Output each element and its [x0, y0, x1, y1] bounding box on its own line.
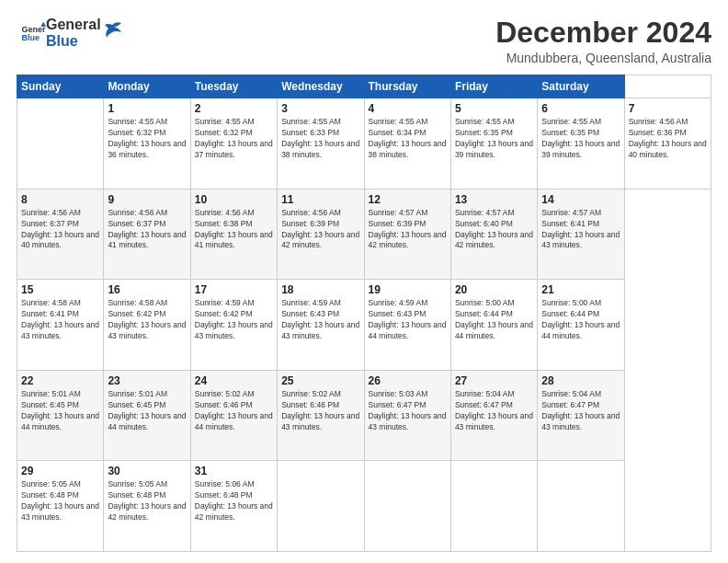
table-row: 13Sunrise: 4:57 AMSunset: 6:40 PMDayligh…	[450, 189, 537, 280]
day-number: 10	[195, 193, 273, 206]
day-info: Sunrise: 5:02 AMSunset: 6:46 PMDaylight:…	[195, 389, 273, 433]
table-row	[538, 461, 624, 552]
logo-general: General	[46, 17, 101, 33]
table-row: 19Sunrise: 4:59 AMSunset: 6:43 PMDayligh…	[364, 280, 450, 371]
day-number: 16	[108, 283, 186, 296]
day-info: Sunrise: 5:00 AMSunset: 6:44 PMDaylight:…	[455, 298, 533, 342]
day-number: 30	[108, 465, 186, 477]
logo-bird-icon	[103, 19, 123, 40]
table-row: 17Sunrise: 4:59 AMSunset: 6:42 PMDayligh…	[190, 280, 277, 371]
table-row: 12Sunrise: 4:57 AMSunset: 6:39 PMDayligh…	[364, 189, 450, 280]
table-row: 20Sunrise: 5:00 AMSunset: 6:44 PMDayligh…	[450, 280, 537, 371]
day-number: 18	[281, 283, 359, 296]
day-number: 17	[195, 283, 273, 296]
day-number: 7	[629, 102, 707, 115]
day-number: 24	[195, 374, 273, 387]
table-row: 27Sunrise: 5:04 AMSunset: 6:47 PMDayligh…	[450, 370, 537, 461]
table-row: 3Sunrise: 4:55 AMSunset: 6:33 PMDaylight…	[278, 98, 364, 190]
day-info: Sunrise: 5:01 AMSunset: 6:45 PMDaylight:…	[108, 389, 186, 433]
day-info: Sunrise: 4:58 AMSunset: 6:42 PMDaylight:…	[108, 298, 186, 342]
table-row: 14Sunrise: 4:57 AMSunset: 6:41 PMDayligh…	[538, 189, 624, 280]
col-wednesday: Wednesday	[278, 75, 364, 98]
table-row: 29Sunrise: 5:05 AMSunset: 6:48 PMDayligh…	[17, 461, 104, 552]
svg-text:Blue: Blue	[21, 33, 40, 42]
table-row: 1Sunrise: 4:55 AMSunset: 6:32 PMDaylight…	[104, 98, 190, 190]
day-number: 6	[541, 102, 620, 115]
day-info: Sunrise: 4:56 AMSunset: 6:37 PMDaylight:…	[21, 208, 99, 252]
day-number: 15	[21, 283, 99, 296]
day-number: 11	[281, 193, 359, 206]
table-row: 24Sunrise: 5:02 AMSunset: 6:46 PMDayligh…	[190, 370, 277, 461]
day-info: Sunrise: 5:04 AMSunset: 6:47 PMDaylight:…	[541, 389, 620, 433]
day-info: Sunrise: 4:56 AMSunset: 6:39 PMDaylight:…	[281, 208, 359, 252]
day-number: 31	[195, 465, 273, 477]
table-row: 10Sunrise: 4:56 AMSunset: 6:38 PMDayligh…	[190, 189, 277, 280]
day-info: Sunrise: 4:56 AMSunset: 6:36 PMDaylight:…	[629, 117, 707, 161]
subtitle: Mundubbera, Queensland, Australia	[495, 51, 711, 65]
table-row: 31Sunrise: 5:06 AMSunset: 6:48 PMDayligh…	[190, 461, 277, 552]
page: General Blue General Blue December 2024 …	[0, 0, 728, 563]
table-row: 22Sunrise: 5:01 AMSunset: 6:45 PMDayligh…	[17, 370, 104, 461]
col-friday: Friday	[450, 75, 537, 98]
day-info: Sunrise: 4:57 AMSunset: 6:40 PMDaylight:…	[455, 208, 533, 252]
day-number: 23	[108, 374, 186, 387]
table-row: 25Sunrise: 5:02 AMSunset: 6:46 PMDayligh…	[278, 370, 364, 461]
table-row: 15Sunrise: 4:58 AMSunset: 6:41 PMDayligh…	[17, 280, 104, 371]
day-number: 25	[281, 374, 359, 387]
col-monday: Monday	[104, 75, 190, 98]
logo-blue: Blue	[46, 33, 101, 50]
table-row: 4Sunrise: 4:55 AMSunset: 6:34 PMDaylight…	[364, 98, 450, 190]
day-info: Sunrise: 4:55 AMSunset: 6:34 PMDaylight:…	[369, 117, 447, 161]
day-info: Sunrise: 4:55 AMSunset: 6:35 PMDaylight:…	[541, 117, 620, 161]
day-number: 21	[541, 283, 620, 296]
day-info: Sunrise: 4:56 AMSunset: 6:37 PMDaylight:…	[108, 208, 186, 252]
day-info: Sunrise: 5:04 AMSunset: 6:47 PMDaylight:…	[455, 389, 533, 433]
table-row: 23Sunrise: 5:01 AMSunset: 6:45 PMDayligh…	[104, 370, 190, 461]
header: General Blue General Blue December 2024 …	[17, 17, 711, 65]
day-number: 14	[541, 193, 620, 206]
day-info: Sunrise: 5:06 AMSunset: 6:48 PMDaylight:…	[195, 479, 273, 523]
day-info: Sunrise: 4:55 AMSunset: 6:32 PMDaylight:…	[195, 117, 273, 161]
table-row: 5Sunrise: 4:55 AMSunset: 6:35 PMDaylight…	[450, 98, 537, 190]
calendar-week-row: 8Sunrise: 4:56 AMSunset: 6:37 PMDaylight…	[17, 189, 711, 280]
day-info: Sunrise: 4:59 AMSunset: 6:42 PMDaylight:…	[195, 298, 273, 342]
calendar-table: Sunday Monday Tuesday Wednesday Thursday…	[17, 75, 711, 552]
day-number: 8	[21, 193, 99, 206]
day-info: Sunrise: 4:57 AMSunset: 6:39 PMDaylight:…	[369, 208, 447, 252]
table-row: 11Sunrise: 4:56 AMSunset: 6:39 PMDayligh…	[278, 189, 364, 280]
day-info: Sunrise: 4:55 AMSunset: 6:33 PMDaylight:…	[281, 117, 359, 161]
day-number: 9	[108, 193, 186, 206]
calendar-week-row: 29Sunrise: 5:05 AMSunset: 6:48 PMDayligh…	[17, 461, 711, 552]
col-tuesday: Tuesday	[190, 75, 277, 98]
table-row: 16Sunrise: 4:58 AMSunset: 6:42 PMDayligh…	[104, 280, 190, 371]
main-title: December 2024	[495, 17, 711, 49]
col-thursday: Thursday	[364, 75, 450, 98]
day-number: 5	[455, 102, 533, 115]
table-row: 2Sunrise: 4:55 AMSunset: 6:32 PMDaylight…	[190, 98, 277, 190]
logo-icon: General Blue	[20, 20, 46, 46]
day-number: 20	[455, 283, 533, 296]
day-number: 2	[195, 102, 273, 115]
day-number: 12	[369, 193, 447, 206]
table-row	[364, 461, 450, 552]
calendar-week-row: 15Sunrise: 4:58 AMSunset: 6:41 PMDayligh…	[17, 280, 711, 371]
day-number: 13	[455, 193, 533, 206]
table-row: 26Sunrise: 5:03 AMSunset: 6:47 PMDayligh…	[364, 370, 450, 461]
day-number: 1	[108, 102, 186, 115]
calendar-week-row: 22Sunrise: 5:01 AMSunset: 6:45 PMDayligh…	[17, 370, 711, 461]
table-row: 30Sunrise: 5:05 AMSunset: 6:48 PMDayligh…	[104, 461, 190, 552]
calendar-week-row: 1Sunrise: 4:55 AMSunset: 6:32 PMDaylight…	[17, 98, 711, 190]
day-info: Sunrise: 5:03 AMSunset: 6:47 PMDaylight:…	[369, 389, 447, 433]
table-row: 9Sunrise: 4:56 AMSunset: 6:37 PMDaylight…	[104, 189, 190, 280]
table-row: 7Sunrise: 4:56 AMSunset: 6:36 PMDaylight…	[624, 98, 711, 190]
day-info: Sunrise: 4:55 AMSunset: 6:32 PMDaylight:…	[108, 117, 186, 161]
table-row: 6Sunrise: 4:55 AMSunset: 6:35 PMDaylight…	[538, 98, 624, 190]
day-number: 22	[21, 374, 99, 387]
table-row	[17, 98, 104, 190]
day-info: Sunrise: 4:58 AMSunset: 6:41 PMDaylight:…	[21, 298, 99, 342]
table-row: 8Sunrise: 4:56 AMSunset: 6:37 PMDaylight…	[17, 189, 104, 280]
calendar-header-row: Sunday Monday Tuesday Wednesday Thursday…	[17, 75, 711, 98]
day-info: Sunrise: 5:00 AMSunset: 6:44 PMDaylight:…	[541, 298, 620, 342]
col-sunday: Sunday	[17, 75, 104, 98]
day-info: Sunrise: 4:57 AMSunset: 6:41 PMDaylight:…	[541, 208, 620, 252]
